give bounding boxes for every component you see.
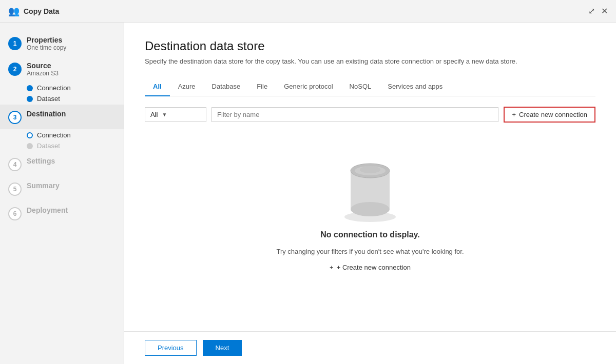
no-connection-desc: Try changing your filters if you don't s… — [276, 248, 464, 255]
destination-connection-label: Connection — [37, 131, 71, 139]
page-title: Destination data store — [145, 39, 595, 53]
tab-azure[interactable]: Azure — [170, 77, 204, 96]
content-area: Destination data store Specify the desti… — [124, 23, 616, 364]
destination-connection-dot — [27, 132, 33, 138]
no-connection-title: No connection to display. — [320, 230, 420, 239]
step-source[interactable]: 2 Source Amazon S3 — [0, 56, 124, 82]
step-1-sublabel: One time copy — [27, 44, 66, 51]
step-2-sublabel: Amazon S3 — [27, 70, 59, 77]
svg-point-4 — [351, 202, 390, 216]
app-title: Copy Data — [24, 7, 59, 15]
step-1-label: Properties — [27, 36, 66, 44]
dropdown-arrow-icon: ▼ — [162, 112, 167, 117]
step-3-circle: 3 — [8, 111, 22, 124]
previous-button[interactable]: Previous — [145, 340, 197, 356]
app-icon: 👥 — [8, 6, 20, 17]
svg-point-6 — [360, 166, 380, 173]
database-icon — [339, 155, 401, 222]
plus-icon-2: + — [330, 264, 334, 271]
tab-nosql[interactable]: NoSQL — [341, 77, 380, 96]
title-bar: 👥 Copy Data ⤢ ✕ — [0, 0, 616, 23]
destination-dataset-dot — [27, 143, 33, 149]
tab-database[interactable]: Database — [204, 77, 249, 96]
create-link-label: + Create new connection — [337, 264, 411, 271]
source-substeps: Connection Dataset — [0, 82, 124, 105]
step-5-label: Summary — [27, 181, 60, 190]
step-6-label: Deployment — [27, 206, 68, 214]
type-select[interactable]: All ▼ — [145, 107, 206, 122]
expand-button[interactable]: ⤢ — [588, 6, 595, 16]
step-2-label: Source — [27, 62, 59, 70]
step-4-label: Settings — [27, 157, 55, 165]
filter-by-name-input[interactable] — [211, 107, 498, 122]
step-6-circle: 6 — [8, 207, 22, 220]
close-button[interactable]: ✕ — [601, 6, 608, 16]
step-settings[interactable]: 4 Settings — [0, 152, 124, 176]
content-footer: Previous Next — [124, 331, 616, 364]
destination-substeps: Connection Dataset — [0, 129, 124, 152]
filter-bar: All ▼ + Create new connection — [145, 107, 595, 123]
tab-generic-protocol[interactable]: Generic protocol — [276, 77, 341, 96]
source-connection-dot — [27, 85, 33, 91]
step-5-circle: 5 — [8, 183, 22, 196]
step-1-circle: 1 — [8, 37, 22, 50]
destination-dataset-substep[interactable]: Dataset — [27, 142, 124, 150]
tab-services-and-apps[interactable]: Services and apps — [379, 77, 451, 96]
type-select-label: All — [150, 111, 158, 118]
plus-icon: + — [512, 111, 516, 118]
step-properties[interactable]: 1 Properties One time copy — [0, 31, 124, 56]
step-summary[interactable]: 5 Summary — [0, 176, 124, 201]
step-4-circle: 4 — [8, 158, 22, 171]
sidebar: 1 Properties One time copy 2 Source Amaz… — [0, 23, 124, 364]
source-dataset-label: Dataset — [37, 95, 60, 103]
empty-state: No connection to display. Try changing y… — [145, 135, 595, 292]
source-dataset-substep[interactable]: Dataset — [27, 95, 124, 103]
source-connection-label: Connection — [37, 84, 71, 92]
create-btn-label: Create new connection — [519, 111, 587, 118]
source-connection-substep[interactable]: Connection — [27, 84, 124, 92]
step-2-circle: 2 — [8, 63, 22, 76]
step-destination[interactable]: 3 Destination — [0, 105, 124, 129]
destination-dataset-label: Dataset — [37, 142, 60, 150]
page-description: Specify the destination data store for t… — [145, 57, 595, 65]
destination-connection-substep[interactable]: Connection — [27, 131, 124, 139]
source-dataset-dot — [27, 96, 33, 102]
tab-file[interactable]: File — [248, 77, 276, 96]
tab-all[interactable]: All — [145, 77, 170, 96]
create-new-connection-link[interactable]: + + Create new connection — [330, 264, 411, 271]
tab-bar: All Azure Database File Generic protocol… — [145, 77, 595, 96]
next-button[interactable]: Next — [203, 340, 242, 356]
step-deployment[interactable]: 6 Deployment — [0, 201, 124, 226]
step-3-label: Destination — [27, 110, 66, 118]
create-new-connection-button[interactable]: + Create new connection — [504, 107, 595, 123]
